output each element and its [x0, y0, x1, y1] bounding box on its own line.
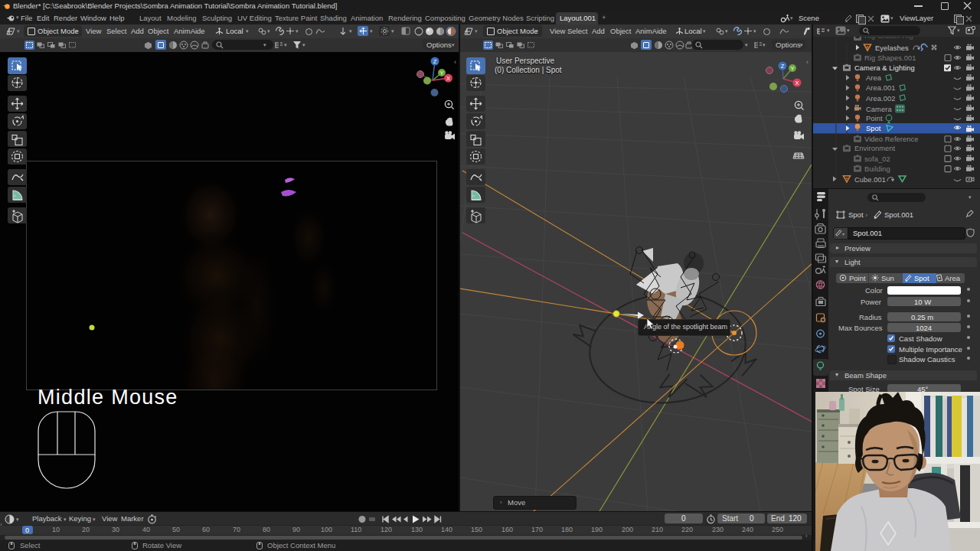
svg-text:Cube.001: Cube.001 [854, 176, 886, 184]
svg-text:Video Reference: Video Reference [864, 135, 919, 143]
svg-text:sofa_02: sofa_02 [864, 155, 890, 163]
svg-text:Area.001: Area.001 [866, 84, 896, 92]
svg-text:Area.002: Area.002 [866, 95, 896, 103]
svg-text:Environment: Environment [854, 145, 896, 152]
svg-text:Rig Shapes.001: Rig Shapes.001 [864, 54, 916, 62]
svg-text:Area: Area [866, 74, 882, 82]
svg-text:Camera: Camera [866, 106, 892, 113]
svg-text:X: X [446, 75, 450, 82]
svg-text:X: X [795, 80, 799, 86]
svg-text:Z: Z [433, 58, 437, 65]
svg-text:Eyelashes: Eyelashes [875, 44, 909, 52]
svg-text:Camera & Lighting: Camera & Lighting [854, 64, 915, 72]
svg-text:Z: Z [781, 63, 785, 70]
svg-text:Point: Point [866, 115, 883, 122]
svg-text:Spot: Spot [866, 125, 881, 132]
svg-text:Building: Building [864, 165, 890, 173]
svg-text:Rig Chasm Rig: Rig Chasm Rig [864, 37, 913, 40]
svg-text:Y: Y [790, 65, 794, 72]
svg-text:Y: Y [439, 70, 443, 77]
